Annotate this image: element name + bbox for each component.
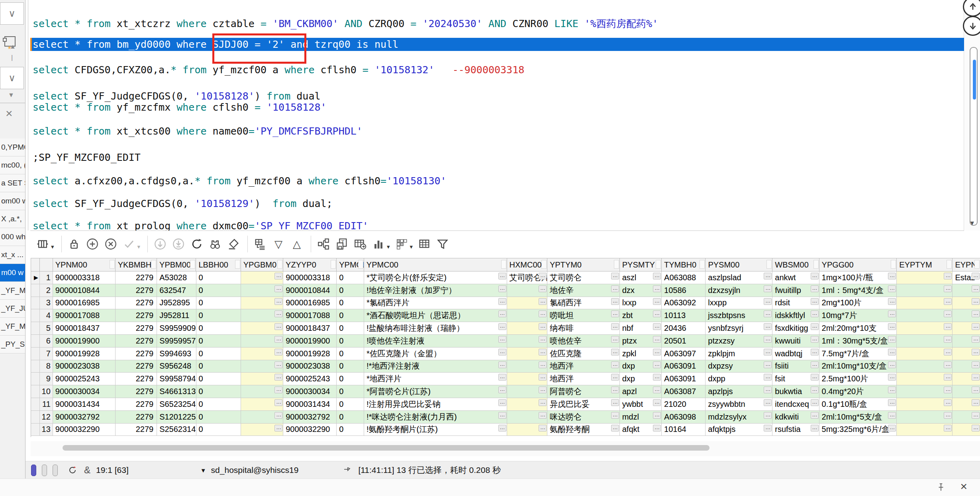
header-button[interactable] (358, 260, 363, 269)
cell-ellipsis-button[interactable]: … (944, 374, 952, 381)
sql-line[interactable]: select SF_YF_JudgeCFDGS(0, '10158128') f… (33, 90, 321, 102)
grid-cell[interactable]: 9000025243 (53, 373, 116, 385)
grid-cell[interactable]: J952811 (157, 309, 196, 322)
grid-hscrollbar-thumb[interactable] (63, 445, 710, 451)
grid-cell[interactable]: 9000023038 (53, 360, 116, 373)
cell-ellipsis-button[interactable]: … (888, 399, 896, 406)
cell-ellipsis-button[interactable]: … (611, 273, 619, 279)
grid-cell[interactable]: mdzlzsylyx… (706, 411, 772, 424)
vertical-scrollbar-position[interactable] (973, 60, 976, 100)
cell-ellipsis-button[interactable]: … (498, 374, 506, 381)
grid-cell[interactable]: A53028 (157, 271, 196, 284)
grid-cell[interactable]: 2279 (116, 271, 157, 284)
cell-ellipsis-button[interactable]: … (539, 425, 547, 432)
cell-ellipsis-button[interactable]: … (972, 399, 980, 406)
close-panel-icon[interactable]: × (960, 480, 967, 493)
grid-cell[interactable]: 异戊巴比妥… (547, 398, 620, 411)
grid-cell[interactable]: … (241, 411, 283, 424)
grid-cell[interactable]: 0 (337, 297, 364, 310)
grid-cell[interactable]: 10mg*7片… (819, 309, 897, 322)
column-header-YPNM00[interactable]: YPNM00 (53, 258, 116, 271)
row-indicator-cell[interactable] (31, 335, 40, 348)
header-button[interactable] (331, 260, 336, 269)
grid-cell[interactable]: 2279 (116, 335, 157, 348)
row-number-cell[interactable]: 7 (40, 348, 53, 360)
grid-cell[interactable]: S2562314 (157, 424, 196, 436)
cell-ellipsis-button[interactable]: … (539, 399, 547, 406)
header-button[interactable] (700, 260, 705, 269)
grid-cell[interactable]: … (953, 385, 980, 398)
cell-ellipsis-button[interactable]: … (972, 310, 980, 317)
grid-cell[interactable]: 0 (196, 385, 241, 398)
row-number-cell[interactable]: 3 (40, 297, 53, 310)
header-button[interactable] (110, 260, 115, 269)
cell-ellipsis-button[interactable]: … (274, 361, 282, 368)
header-button[interactable] (766, 260, 772, 269)
auto-refresh-icon[interactable] (67, 465, 78, 475)
cell-ellipsis-button[interactable]: … (944, 425, 952, 432)
table-row[interactable]: 1090000300342279S466131330…90000300340*阿… (31, 385, 980, 398)
grid-cell[interactable]: S9959909 (157, 322, 196, 335)
grid-cell[interactable]: 0 (196, 284, 241, 297)
cell-ellipsis-button[interactable]: … (611, 374, 619, 381)
grid-cell[interactable]: 9000017088 (283, 309, 337, 322)
grid-cell[interactable]: 9000010844 (283, 284, 337, 297)
grid-cell[interactable]: … (507, 424, 547, 436)
grid-cell[interactable]: S9959957 (157, 335, 196, 348)
table-row[interactable]: 1190000314342279S652325460…90000314340!注… (31, 398, 980, 411)
grid-cell[interactable]: … (241, 373, 283, 385)
grid-cell[interactable]: A063091 (662, 373, 706, 385)
grid-cell[interactable]: apzlpjs… (706, 385, 772, 398)
cell-ellipsis-button[interactable]: … (274, 412, 282, 419)
cell-ellipsis-button[interactable]: … (274, 349, 282, 355)
grid-cell[interactable]: 0 (337, 373, 364, 385)
connection-label[interactable]: sd_hospital@syhiscs19 (211, 465, 299, 475)
row-number-cell[interactable]: 8 (40, 360, 53, 373)
grid-cell[interactable]: … (897, 360, 953, 373)
table-row[interactable]: 590000184372279S99599090…90000184370!盐酸纳… (31, 322, 980, 335)
grid-cell[interactable]: S9958794 (157, 373, 196, 385)
cell-ellipsis-button[interactable]: … (539, 412, 547, 419)
cell-ellipsis-button[interactable]: … (539, 310, 547, 317)
row-number-cell[interactable]: 10 (40, 385, 53, 398)
column-header-YKBMBH[interactable]: YKBMBH (116, 258, 157, 271)
cell-ellipsis-button[interactable]: … (653, 425, 661, 432)
filter-button[interactable] (434, 235, 451, 253)
cell-ellipsis-button[interactable]: … (764, 298, 772, 305)
grid-cell[interactable]: … (241, 385, 283, 398)
grid-cell[interactable]: 0 (196, 398, 241, 411)
grid-cell[interactable]: 2ml:10mg*5支/盒… (819, 411, 897, 424)
grid-cell[interactable]: 0 (196, 360, 241, 373)
cell-ellipsis-button[interactable]: … (944, 399, 952, 406)
grid-cell[interactable]: kwwuiti… (772, 335, 819, 348)
grid-cell[interactable]: 21020 (662, 398, 706, 411)
cell-ellipsis-button[interactable]: … (611, 336, 619, 343)
table-row[interactable]: 390000169852279J9528950…90000169850*氯硝西泮… (31, 297, 980, 310)
grid-cell[interactable]: 9000016985 (283, 297, 337, 310)
header-button[interactable] (891, 260, 896, 269)
grid-cell[interactable]: … (507, 398, 547, 411)
cell-ellipsis-button[interactable]: … (539, 336, 547, 343)
grid-cell[interactable]: … (897, 373, 953, 385)
grid-cell[interactable]: … (241, 424, 283, 436)
grid-cell[interactable]: fsiiti… (772, 360, 819, 373)
cell-ellipsis-button[interactable]: … (764, 285, 772, 292)
grid-cell[interactable]: 2mg*100片… (819, 297, 897, 310)
cell-ellipsis-button[interactable]: … (972, 361, 980, 368)
cell-ellipsis-button[interactable]: … (539, 285, 547, 292)
grid-cell[interactable]: 2279 (116, 348, 157, 360)
header-button[interactable] (501, 260, 506, 269)
cell-ellipsis-button[interactable]: … (653, 361, 661, 368)
sql-line[interactable]: select CFDGS0,CFXZ00,a.* from yf_mzcf00 … (33, 64, 524, 76)
grid-cell[interactable]: A063087 (662, 385, 706, 398)
grid-cell[interactable]: 9000030034 (53, 385, 116, 398)
column-header-YPBM00[interactable]: YPBM00 (157, 258, 196, 271)
cell-ellipsis-button[interactable]: … (764, 374, 772, 381)
grid-cell[interactable]: 0 (196, 411, 241, 424)
grid-cell[interactable]: 9000030034 (283, 385, 337, 398)
cell-ellipsis-button[interactable]: … (764, 361, 772, 368)
cell-ellipsis-button[interactable]: … (811, 399, 819, 406)
grid-cell[interactable]: 0 (196, 297, 241, 310)
grid-cell[interactable]: 9000018437 (53, 322, 116, 335)
header-button[interactable] (541, 260, 547, 269)
